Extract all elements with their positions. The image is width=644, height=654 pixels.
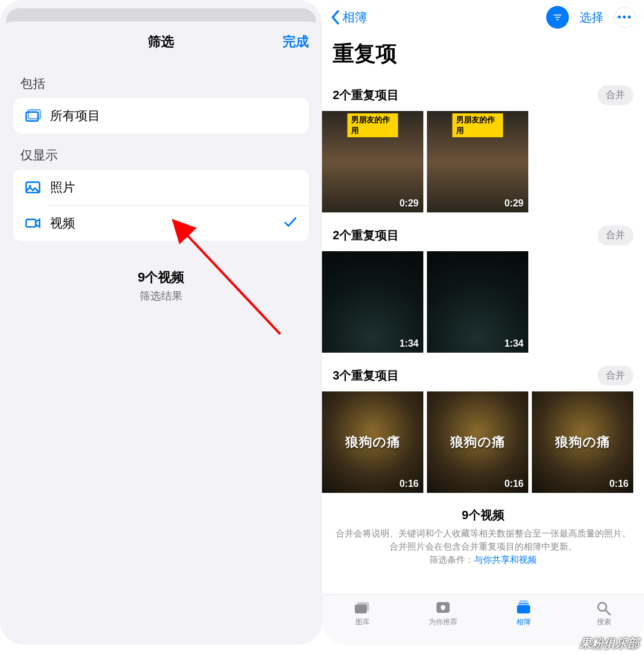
tab-albums[interactable]: 相簿 bbox=[483, 600, 564, 627]
row-videos[interactable]: 视频 bbox=[13, 205, 309, 241]
video-banner: 男朋友的作用 bbox=[348, 113, 398, 137]
merge-button[interactable]: 合并 bbox=[597, 366, 633, 385]
library-icon bbox=[354, 600, 371, 615]
checkmark-icon bbox=[283, 214, 298, 233]
filter-summary-count: 9个视频 bbox=[0, 269, 322, 286]
group-label: 2个重复项目 bbox=[333, 87, 399, 103]
video-thumbnail[interactable]: 狼狗の痛 0:16 bbox=[322, 391, 423, 493]
duplicate-group: 2个重复项目 合并 男朋友的作用 0:29 男朋友的作用 0:29 bbox=[322, 79, 644, 220]
svg-rect-12 bbox=[517, 605, 530, 613]
group-label: 3个重复项目 bbox=[333, 368, 399, 384]
done-button-label: 完成 bbox=[283, 33, 309, 51]
row-all-items[interactable]: 所有项目 bbox=[13, 98, 309, 134]
svg-rect-13 bbox=[518, 603, 529, 604]
row-photos[interactable]: 照片 bbox=[13, 169, 309, 205]
video-thumbnail[interactable]: 男朋友的作用 0:29 bbox=[322, 111, 423, 212]
filter-sheet: 筛选 完成 包括 所有项目 仅显示 bbox=[0, 21, 322, 644]
row-videos-label: 视频 bbox=[50, 215, 75, 232]
video-thumbnail[interactable]: 男朋友的作用 0:29 bbox=[427, 111, 528, 212]
tab-search[interactable]: 搜索 bbox=[564, 600, 644, 627]
tab-albums-label: 相簿 bbox=[516, 617, 531, 627]
filter-lines-icon bbox=[552, 12, 563, 23]
duplicate-group: 3个重复项目 合并 狼狗の痛 0:16 狼狗の痛 0:16 狼狗の痛 0:16 bbox=[322, 360, 644, 500]
video-duration: 0:29 bbox=[504, 198, 524, 209]
sheet-title: 筛选 bbox=[148, 33, 174, 51]
select-button-label: 选择 bbox=[580, 11, 603, 24]
video-thumbnail[interactable]: 1:34 bbox=[322, 251, 423, 353]
duplicates-panel: 相簿 选择 ••• 重复项 2个重复项目 合并 男朋友的作用 0: bbox=[322, 0, 644, 644]
svg-rect-4 bbox=[26, 220, 36, 227]
row-all-items-label: 所有项目 bbox=[50, 107, 100, 124]
watermark-text: 果粉俱乐部 bbox=[580, 636, 639, 652]
filter-summary: 9个视频 筛选结果 bbox=[0, 269, 322, 303]
tab-for-you[interactable]: 为你推荐 bbox=[402, 600, 483, 627]
tab-search-label: 搜索 bbox=[597, 617, 611, 627]
footer-count: 9个视频 bbox=[335, 507, 631, 523]
search-icon bbox=[595, 600, 613, 615]
include-card: 所有项目 bbox=[13, 98, 309, 134]
page-title: 重复项 bbox=[322, 35, 644, 79]
filter-chip-button[interactable] bbox=[546, 6, 569, 29]
photo-icon bbox=[24, 178, 42, 196]
video-duration: 0:16 bbox=[400, 479, 419, 489]
footer-summary: 9个视频 合并会将说明、关键词和个人收藏等相关数据整合至一张最高质量的照片。合并… bbox=[322, 500, 644, 569]
albums-icon bbox=[515, 600, 532, 615]
video-duration: 0:16 bbox=[504, 479, 524, 489]
merge-button[interactable]: 合并 bbox=[597, 85, 633, 105]
ellipsis-icon: ••• bbox=[618, 11, 633, 24]
row-photos-label: 照片 bbox=[50, 179, 75, 196]
filter-summary-sub: 筛选结果 bbox=[0, 289, 322, 303]
group-label: 2个重复项目 bbox=[333, 227, 399, 243]
footer-desc: 合并会将说明、关键词和个人收藏等相关数据整合至一张最高质量的照片。合并照片会在包… bbox=[335, 527, 631, 566]
svg-line-16 bbox=[606, 610, 610, 615]
svg-rect-10 bbox=[357, 602, 369, 611]
tab-library[interactable]: 图库 bbox=[322, 600, 402, 627]
video-banner: 男朋友的作用 bbox=[453, 113, 503, 137]
tab-library-label: 图库 bbox=[355, 617, 370, 627]
svg-point-15 bbox=[598, 603, 606, 611]
svg-rect-14 bbox=[519, 600, 528, 602]
video-overlay-text: 狼狗の痛 bbox=[532, 433, 633, 451]
back-button[interactable]: 相簿 bbox=[330, 9, 367, 26]
video-thumbnail[interactable]: 1:34 bbox=[427, 251, 528, 353]
sheet-header: 筛选 完成 bbox=[0, 21, 322, 62]
video-thumbnail[interactable]: 狼狗の痛 0:16 bbox=[532, 391, 633, 493]
svg-point-3 bbox=[29, 185, 32, 187]
for-you-icon bbox=[434, 600, 452, 615]
video-duration: 0:29 bbox=[400, 198, 419, 209]
more-button[interactable]: ••• bbox=[614, 7, 636, 28]
nav-bar: 相簿 选择 ••• bbox=[322, 0, 644, 35]
back-button-label: 相簿 bbox=[342, 9, 367, 26]
chevron-left-icon bbox=[330, 10, 341, 25]
only-show-card: 照片 视频 bbox=[13, 169, 309, 241]
video-duration: 1:34 bbox=[400, 338, 419, 349]
video-duration: 0:16 bbox=[609, 479, 628, 489]
filter-sheet-panel: 筛选 完成 包括 所有项目 仅显示 bbox=[0, 0, 322, 644]
sheet-stack-background bbox=[6, 8, 316, 23]
video-overlay-text: 狼狗の痛 bbox=[427, 433, 528, 451]
duplicate-group: 2个重复项目 合并 1:34 1:34 bbox=[322, 220, 644, 360]
done-button[interactable]: 完成 bbox=[283, 21, 309, 62]
filter-condition-link[interactable]: 与你共享和视频 bbox=[474, 554, 537, 564]
tab-for-you-label: 为你推荐 bbox=[429, 617, 457, 627]
video-overlay-text: 狼狗の痛 bbox=[322, 433, 423, 451]
select-button[interactable]: 选择 bbox=[580, 10, 603, 26]
section-only-show-label: 仅显示 bbox=[0, 134, 322, 169]
video-icon bbox=[24, 214, 42, 232]
merge-button[interactable]: 合并 bbox=[597, 226, 633, 245]
stack-photos-icon bbox=[24, 107, 42, 125]
section-include-label: 包括 bbox=[0, 62, 322, 98]
video-duration: 1:34 bbox=[504, 338, 524, 349]
video-thumbnail[interactable]: 狼狗の痛 0:16 bbox=[427, 391, 528, 493]
